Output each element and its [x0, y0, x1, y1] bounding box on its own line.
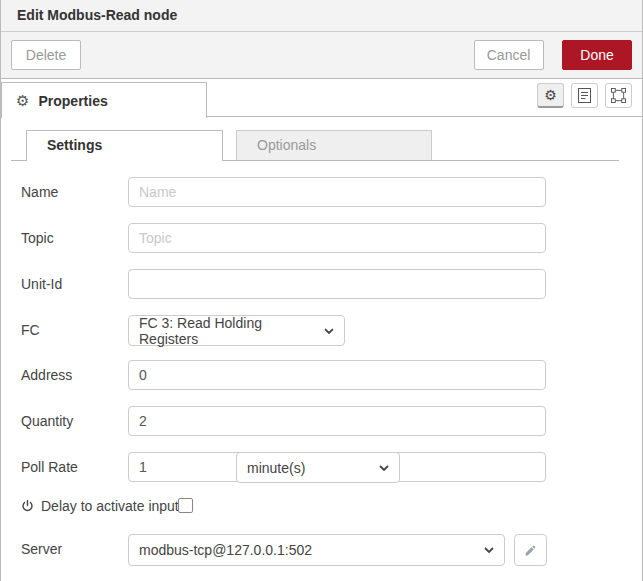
- quantity-label: Quantity: [21, 413, 73, 429]
- selection-frame-icon: [611, 88, 626, 103]
- properties-tab-bar: ⚙ Properties ⚙: [1, 79, 642, 117]
- form-row-server: Server modbus-tcp@127.0.0.1:502: [21, 534, 642, 564]
- done-button[interactable]: Done: [562, 40, 632, 70]
- delay-label: Delay to activate input: [41, 498, 179, 514]
- edit-node-dialog: Edit Modbus-Read node Delete Cancel Done…: [0, 0, 643, 581]
- topic-input[interactable]: [128, 223, 546, 253]
- document-icon: [578, 88, 591, 103]
- tab-properties[interactable]: ⚙ Properties: [1, 82, 207, 118]
- server-select[interactable]: modbus-tcp@127.0.0.1:502: [128, 534, 505, 566]
- dialog-title: Edit Modbus-Read node: [1, 0, 642, 32]
- settings-optionals-tab-bar: Settings Optionals: [11, 130, 619, 161]
- gear-icon: ⚙: [16, 92, 29, 110]
- form-row-topic: Topic: [21, 223, 642, 253]
- topic-label: Topic: [21, 230, 54, 246]
- poll-rate-unit-value: minute(s): [247, 460, 305, 476]
- cancel-button[interactable]: Cancel: [474, 40, 544, 70]
- tab-settings[interactable]: Settings: [26, 130, 223, 161]
- tab-optionals[interactable]: Optionals: [236, 130, 432, 160]
- power-icon: [21, 499, 34, 513]
- form-row-quantity: Quantity: [21, 406, 642, 436]
- editor-view-buttons: ⚙: [537, 83, 632, 108]
- form-row-address: Address: [21, 360, 642, 390]
- appearance-view-button[interactable]: [605, 83, 632, 108]
- poll-rate-unit-select[interactable]: minute(s): [236, 452, 400, 483]
- form-row-unit-id: Unit-Id: [21, 269, 642, 299]
- fc-label: FC: [21, 322, 40, 338]
- address-label: Address: [21, 367, 72, 383]
- address-input[interactable]: [128, 360, 546, 390]
- poll-rate-label: Poll Rate: [21, 459, 78, 475]
- unit-id-input[interactable]: [128, 269, 546, 299]
- name-label: Name: [21, 184, 58, 200]
- edit-server-button[interactable]: [514, 534, 547, 566]
- chevron-down-icon: [324, 328, 334, 334]
- chevron-down-icon: [484, 547, 494, 553]
- delay-checkbox[interactable]: [178, 498, 193, 513]
- name-input[interactable]: [128, 177, 546, 207]
- form-row-delay: Delay to activate input: [21, 496, 642, 516]
- server-label: Server: [21, 541, 62, 557]
- properties-tab-label: Properties: [38, 93, 107, 109]
- gear-icon: ⚙: [544, 87, 557, 103]
- quantity-input[interactable]: [128, 406, 546, 436]
- form-row-fc: FC FC 3: Read Holding Registers: [21, 315, 642, 345]
- dialog-toolbar: Delete Cancel Done: [1, 32, 642, 79]
- form-row-poll-rate: Poll Rate minute(s): [21, 452, 642, 482]
- fc-select[interactable]: FC 3: Read Holding Registers: [128, 315, 345, 346]
- unit-id-label: Unit-Id: [21, 276, 62, 292]
- delete-button[interactable]: Delete: [11, 40, 81, 70]
- fc-selected-value: FC 3: Read Holding Registers: [139, 315, 324, 347]
- description-view-button[interactable]: [571, 83, 598, 108]
- server-selected-value: modbus-tcp@127.0.0.1:502: [139, 542, 312, 558]
- chevron-down-icon: [379, 465, 389, 471]
- pencil-icon: [524, 544, 537, 557]
- form-row-name: Name: [21, 177, 642, 207]
- toolbar-right-group: Cancel Done: [474, 40, 632, 70]
- properties-view-button[interactable]: ⚙: [537, 83, 564, 108]
